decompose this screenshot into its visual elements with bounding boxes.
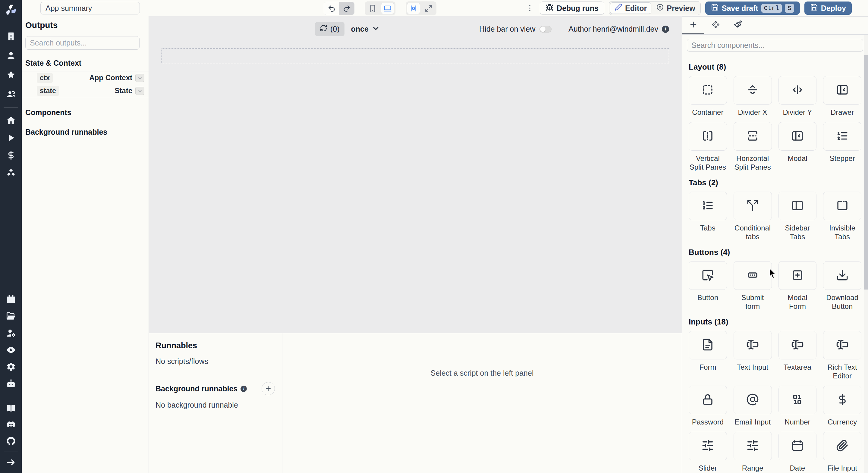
sidebar-star-button[interactable] <box>5 69 17 81</box>
component-card-slider[interactable]: Slider <box>689 432 727 472</box>
add-background-runnable-button[interactable] <box>261 382 275 395</box>
app-summary-input[interactable] <box>40 2 140 14</box>
component-card-button[interactable]: Button <box>689 261 727 311</box>
component-card-drawer[interactable]: Drawer <box>823 76 861 117</box>
component-card-divider-y[interactable]: Divider Y <box>778 76 817 117</box>
editor-tab[interactable]: Editor <box>610 2 651 14</box>
component-card-tabs[interactable]: Tabs <box>689 192 727 241</box>
hide-bar-toggle[interactable] <box>539 26 552 33</box>
save-draft-button[interactable]: Save draft Ctrl S <box>705 1 800 15</box>
sidebar-boxes-button[interactable] <box>5 167 17 179</box>
app-canvas[interactable]: (0) once Hide bar on view Au <box>149 16 682 333</box>
component-card-password[interactable]: Password <box>689 386 727 426</box>
star-icon <box>6 70 16 81</box>
community-icon <box>6 89 16 100</box>
sidebar-settings-button[interactable] <box>5 361 17 373</box>
component-card-horizontal-split-panes[interactable]: Horizontal Split Panes <box>734 122 772 171</box>
settings-icon <box>6 362 16 373</box>
fullscreen-button[interactable] <box>422 3 435 14</box>
search-components-input[interactable] <box>687 39 863 52</box>
component-card-sidebar-tabs[interactable]: Sidebar Tabs <box>778 192 817 241</box>
component-card-submit-form[interactable]: Submit form <box>734 261 772 311</box>
redo-button[interactable] <box>339 2 354 15</box>
brush-icon <box>734 20 742 30</box>
component-card-text-input[interactable]: Text Input <box>734 331 772 380</box>
debug-runs-button[interactable]: Debug runs <box>540 1 604 15</box>
preview-tab[interactable]: Preview <box>652 2 700 14</box>
output-row-ctx[interactable]: ctx App Context <box>22 71 149 84</box>
component-card-form[interactable]: Form <box>689 331 727 380</box>
components-list: Layout (8)ContainerDivider XDivider YDra… <box>682 56 868 473</box>
scrollbar-track[interactable] <box>864 35 868 473</box>
mobile-view-button[interactable] <box>366 3 379 14</box>
folder-open-icon <box>6 311 16 322</box>
sidebar-eye-button[interactable] <box>5 344 17 356</box>
sidebar-dollar-button[interactable] <box>5 150 17 162</box>
sidebar-calendar-button[interactable] <box>5 294 17 306</box>
scrollbar-thumb[interactable] <box>864 55 868 289</box>
windmill-logo-icon[interactable] <box>4 3 18 17</box>
sidebar-book-button[interactable] <box>5 403 17 415</box>
info-icon[interactable]: i <box>662 26 669 33</box>
component-label: Text Input <box>737 363 768 372</box>
deploy-button[interactable]: Deploy <box>804 1 852 15</box>
sidebar-home-button[interactable] <box>5 115 17 127</box>
component-card-vertical-split-panes[interactable]: Vertical Split Panes <box>689 122 727 171</box>
components-section-title: Components <box>22 108 149 117</box>
component-card-download-button[interactable]: Download Button <box>823 261 861 311</box>
recompute-button[interactable]: (0) <box>315 22 344 36</box>
stepper-icon <box>836 130 849 144</box>
sidebar-building-button[interactable] <box>5 31 17 43</box>
select-script-hint: Select a script on the left panel <box>431 369 534 378</box>
search-outputs-input[interactable] <box>25 36 140 50</box>
center-align-button[interactable] <box>407 3 420 14</box>
sidebar-play-button[interactable] <box>5 132 17 144</box>
hide-bar-label: Hide bar on view <box>479 25 535 33</box>
sidebar-tabs-icon <box>791 199 804 213</box>
password-icon <box>701 393 714 407</box>
state-chip: state <box>37 86 59 96</box>
undo-button[interactable] <box>324 2 339 15</box>
component-card-invisible-tabs[interactable]: Invisible Tabs <box>823 192 861 241</box>
panel-tab-plus[interactable] <box>682 17 704 34</box>
component-card-stepper[interactable]: Stepper <box>823 122 861 171</box>
component-card-number[interactable]: Number <box>778 386 817 426</box>
sidebar-user-cog-button[interactable] <box>5 327 17 340</box>
sidebar-community-button[interactable] <box>5 89 17 101</box>
component-card-date[interactable]: Date <box>778 432 817 472</box>
desktop-view-button[interactable] <box>381 3 394 14</box>
component-card-divider-x[interactable]: Divider X <box>734 76 772 117</box>
sidebar-discord-button[interactable] <box>5 419 17 431</box>
component-card-currency[interactable]: Currency <box>823 386 861 426</box>
component-card-modal-form[interactable]: Modal Form <box>778 261 817 311</box>
output-row-state[interactable]: state State <box>22 84 149 97</box>
sidebar-bot-button[interactable] <box>5 378 17 390</box>
more-menu-button[interactable] <box>524 1 535 15</box>
book-icon <box>6 403 16 415</box>
component-label: Tabs <box>700 224 715 232</box>
component-card-textarea[interactable]: Textarea <box>778 331 817 380</box>
component-card-rich-text-editor[interactable]: Rich Text Editor <box>823 331 861 380</box>
range-icon <box>746 439 759 453</box>
sidebar-folder-open-button[interactable] <box>5 311 17 323</box>
component-card-modal[interactable]: Modal <box>778 122 817 171</box>
canvas-dropzone[interactable] <box>161 49 669 63</box>
chevron-down-icon[interactable] <box>135 74 144 82</box>
component-card-email-input[interactable]: Email Input <box>734 386 772 426</box>
sidebar-arrow-right-button[interactable] <box>5 457 17 469</box>
sidebar-github-button[interactable] <box>5 435 17 447</box>
chevron-down-icon[interactable] <box>135 87 144 95</box>
component-card-range[interactable]: Range <box>734 432 772 472</box>
component-card-conditional-tabs[interactable]: Conditional tabs <box>734 192 772 241</box>
vertical-split-icon <box>701 130 714 144</box>
info-icon[interactable]: i <box>241 386 247 392</box>
component-card-file-input[interactable]: File Input <box>823 432 861 472</box>
component-card-container[interactable]: Container <box>689 76 727 117</box>
user-icon <box>6 51 16 62</box>
frequency-dropdown[interactable]: once <box>351 24 380 34</box>
sidebar-user-button[interactable] <box>5 50 17 62</box>
panel-tab-brush[interactable] <box>727 17 749 34</box>
component-label: Divider X <box>738 108 767 117</box>
panel-tab-components[interactable] <box>704 17 727 34</box>
eye-icon <box>6 345 16 356</box>
